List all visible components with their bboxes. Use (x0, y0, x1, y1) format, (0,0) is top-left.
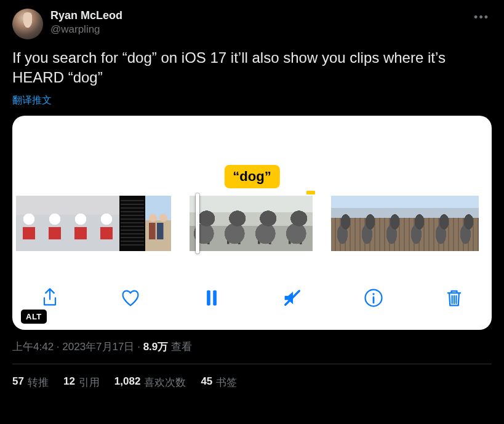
tweet: Ryan McLeod @warpling ••• If you search … (0, 0, 504, 390)
tweet-text: If you search for “dog” on iOS 17 it’ll … (12, 48, 492, 88)
stat-retweets[interactable]: 57 转推 (12, 375, 49, 390)
translate-link[interactable]: 翻译推文 (12, 94, 492, 107)
tweet-stats: 57 转推 12 引用 1,082 喜欢次数 45 书签 (12, 364, 492, 390)
display-name: Ryan McLeod (50, 9, 122, 23)
info-icon[interactable] (361, 285, 386, 311)
handle: @warpling (50, 23, 122, 36)
clip-thumb (356, 196, 380, 251)
clip-thumb (145, 196, 171, 251)
tweet-header: Ryan McLeod @warpling ••• (12, 9, 492, 39)
clip-thumb (119, 196, 145, 251)
clip-thumb (94, 196, 119, 251)
media-toolbar (12, 283, 492, 313)
stat-likes[interactable]: 1,082 喜欢次数 (114, 375, 186, 390)
svg-rect-1 (213, 290, 217, 305)
clip-thumb (68, 196, 94, 251)
search-tag-bubble: “dog” (224, 165, 279, 188)
share-icon[interactable] (37, 285, 63, 311)
meta-date[interactable]: 2023年7月17日 (62, 341, 134, 353)
playhead[interactable] (196, 193, 199, 254)
clip-thumb (430, 196, 454, 251)
svg-rect-0 (207, 290, 210, 305)
clip-thumb (220, 196, 251, 251)
clip-group[interactable] (190, 196, 313, 251)
clip-thumb (282, 196, 313, 251)
clip-thumb (190, 196, 220, 251)
svg-point-4 (372, 293, 374, 295)
video-timeline[interactable] (12, 196, 492, 251)
meta-time[interactable]: 上午4:42 (12, 341, 54, 353)
clip-thumb (251, 196, 282, 251)
stat-bookmarks[interactable]: 45 书签 (201, 375, 237, 390)
more-icon[interactable]: ••• (471, 9, 492, 26)
alt-badge[interactable]: ALT (21, 310, 47, 324)
clip-group[interactable] (331, 196, 479, 251)
stat-quotes[interactable]: 12 引用 (63, 375, 100, 390)
clip-thumb (454, 196, 479, 251)
tweet-meta: 上午4:42 · 2023年7月17日 · 8.9万 查看 (12, 340, 492, 354)
clip-thumb (380, 196, 405, 251)
author-block[interactable]: Ryan McLeod @warpling (50, 9, 122, 36)
mute-icon[interactable] (279, 285, 305, 311)
pause-icon[interactable] (199, 285, 225, 311)
heart-icon[interactable] (118, 285, 143, 311)
trash-icon[interactable] (441, 285, 467, 311)
timeline-marker (306, 191, 315, 194)
clip-group[interactable] (16, 196, 171, 251)
views-label: 查看 (168, 341, 192, 353)
avatar[interactable] (12, 9, 43, 39)
clip-thumb (16, 196, 42, 251)
clip-thumb (42, 196, 68, 251)
views-count: 8.9万 (143, 341, 169, 353)
clip-thumb (331, 196, 356, 251)
media-card[interactable]: “dog” (12, 116, 492, 330)
clip-thumb (405, 196, 430, 251)
